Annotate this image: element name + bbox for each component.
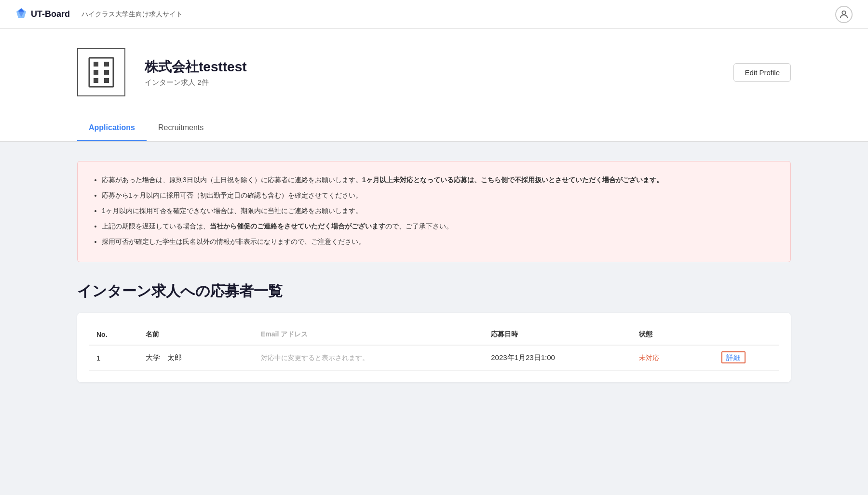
svg-rect-6 bbox=[104, 62, 109, 67]
cell-date: 2023年1月23日1:00 bbox=[483, 345, 631, 371]
header-subtitle: ハイクラス大学生向け求人サイト bbox=[81, 10, 183, 19]
tabs-nav: Applications Recruitments bbox=[0, 116, 868, 142]
applicants-table: No. 名前 Email アドレス 応募日時 状態 1 大学 太郎 対応中に変更… bbox=[89, 324, 779, 371]
svg-marker-2 bbox=[16, 12, 26, 18]
applicants-table-container: No. 名前 Email アドレス 応募日時 状態 1 大学 太郎 対応中に変更… bbox=[77, 313, 791, 382]
col-header-date: 応募日時 bbox=[483, 324, 631, 345]
col-header-email: Email アドレス bbox=[253, 324, 483, 345]
col-header-status: 状態 bbox=[631, 324, 713, 345]
notice-box: 応募があった場合は、原則3日以内（土日祝を除く）に応募者に連絡をお願いします。1… bbox=[77, 161, 791, 262]
user-profile-icon[interactable] bbox=[835, 6, 853, 23]
col-header-no: No. bbox=[89, 324, 138, 345]
section-title: インターン求人への応募者一覧 bbox=[77, 281, 791, 301]
cell-action: 詳細 bbox=[714, 345, 779, 371]
table-row: 1 大学 太郎 対応中に変更すると表示されます。 2023年1月23日1:00 … bbox=[89, 345, 779, 371]
notice-item-1: 応募があった場合は、原則3日以内（土日祝を除く）に応募者に連絡をお願いします。1… bbox=[102, 173, 776, 187]
company-info: 株式会社testtest インターン求人 2件 bbox=[145, 58, 714, 87]
company-icon bbox=[77, 48, 125, 96]
cell-email: 対応中に変更すると表示されます。 bbox=[253, 345, 483, 371]
notice-item-5: 採用可否が確定した学生は氏名以外の情報が非表示になりますので、ご注意ください。 bbox=[102, 235, 776, 248]
svg-point-3 bbox=[842, 11, 845, 14]
notice-item-4: 上記の期限を遅延している場合は、当社から催促のご連絡をさせていただく場合がござい… bbox=[102, 219, 776, 233]
company-name: 株式会社testtest bbox=[145, 58, 714, 76]
svg-rect-7 bbox=[94, 70, 98, 75]
table-header: No. 名前 Email アドレス 応募日時 状態 bbox=[89, 324, 779, 345]
edit-profile-button[interactable]: Edit Profile bbox=[733, 63, 791, 82]
svg-rect-4 bbox=[89, 58, 113, 87]
logo[interactable]: UT-Board bbox=[15, 7, 70, 22]
logo-icon bbox=[15, 7, 27, 22]
status-badge: 未対応 bbox=[639, 354, 659, 361]
table-header-row: No. 名前 Email アドレス 応募日時 状態 bbox=[89, 324, 779, 345]
svg-rect-5 bbox=[94, 62, 98, 67]
col-header-action bbox=[714, 324, 779, 345]
svg-rect-9 bbox=[94, 78, 98, 83]
svg-rect-8 bbox=[104, 70, 109, 75]
company-sub: インターン求人 2件 bbox=[145, 78, 714, 87]
main-content: 応募があった場合は、原則3日以内（土日祝を除く）に応募者に連絡をお願いします。1… bbox=[0, 142, 868, 479]
detail-link[interactable]: 詳細 bbox=[721, 351, 746, 363]
cell-name: 大学 太郎 bbox=[138, 345, 253, 371]
notice-item-2: 応募から1ヶ月以内に採用可否（初出勤予定日の確認も含む）を確定させてください。 bbox=[102, 188, 776, 202]
tabs-container: Applications Recruitments bbox=[77, 116, 791, 141]
cell-status: 未対応 bbox=[631, 345, 713, 371]
notice-list: 応募があった場合は、原則3日以内（土日祝を除く）に応募者に連絡をお願いします。1… bbox=[92, 173, 776, 248]
app-header: UT-Board ハイクラス大学生向け求人サイト bbox=[0, 0, 868, 29]
profile-section: 株式会社testtest インターン求人 2件 Edit Profile bbox=[0, 29, 868, 116]
svg-rect-10 bbox=[104, 78, 109, 83]
table-body: 1 大学 太郎 対応中に変更すると表示されます。 2023年1月23日1:00 … bbox=[89, 345, 779, 371]
col-header-name: 名前 bbox=[138, 324, 253, 345]
tab-applications[interactable]: Applications bbox=[77, 116, 147, 141]
logo-text: UT-Board bbox=[31, 9, 70, 19]
header-left: UT-Board ハイクラス大学生向け求人サイト bbox=[15, 7, 183, 22]
notice-item-3: 1ヶ月以内に採用可否を確定できない場合は、期限内に当社にご連絡をお願いします。 bbox=[102, 204, 776, 217]
cell-no: 1 bbox=[89, 345, 138, 371]
tab-recruitments[interactable]: Recruitments bbox=[147, 116, 215, 141]
